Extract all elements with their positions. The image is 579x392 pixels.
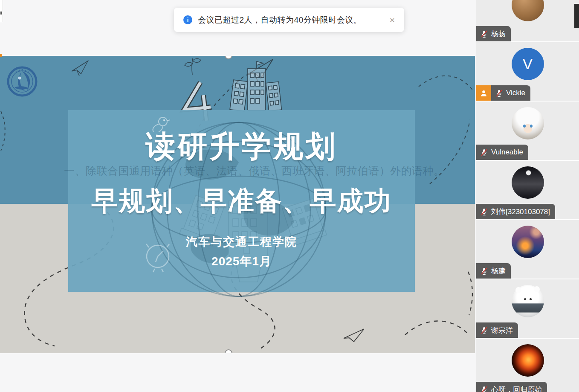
toast-message: 会议已超过2人，自动转为40分钟限时会议。 — [198, 15, 388, 26]
participant-name: 谢宗洋 — [491, 325, 513, 335]
window-edge-artifact — [0, 0, 3, 22]
participant-scrollbar[interactable] — [574, 4, 579, 28]
mic-muted-icon — [480, 326, 488, 334]
participant-name: 心呀，回归原始 — [491, 385, 542, 392]
mic-muted-icon — [480, 30, 488, 38]
participant-tile[interactable]: V Vickie — [476, 42, 579, 101]
slide-subtitle: 早规划、早准备、早成功 — [68, 183, 415, 219]
participant-name-tag: 杨建 — [476, 263, 511, 279]
info-icon: i — [183, 15, 192, 24]
participant-avatar — [512, 107, 544, 139]
slide-department: 汽车与交通工程学院 — [68, 234, 415, 250]
meeting-notification-toast: i 会议已超过2人，自动转为40分钟限时会议。 × — [174, 8, 404, 32]
participant-tile[interactable]: 杨扬 — [476, 0, 579, 41]
participant-avatar — [512, 0, 544, 21]
member-badge-icon — [476, 85, 491, 101]
participant-name-tag: 杨扬 — [476, 26, 511, 41]
participant-tile[interactable]: Vulneable — [476, 102, 579, 160]
participant-tile[interactable]: 刘伟[3230103078] — [476, 161, 579, 219]
participant-name: 杨建 — [491, 266, 506, 276]
screen-share-view: 一、除联合国通用语种（英语、法语、俄语、西班牙语、阿拉伯语）外的语种。 读研升学… — [0, 56, 475, 353]
slide-date: 2025年1月 — [68, 253, 415, 270]
mic-muted-icon — [495, 89, 503, 97]
meeting-window: 一、除联合国通用语种（英语、法语、俄语、西班牙语、阿拉伯语）外的语种。 读研升学… — [0, 0, 579, 392]
mic-muted-icon — [480, 148, 488, 157]
participant-tile[interactable]: 心呀，回归原始 — [476, 339, 579, 392]
participant-avatar — [512, 344, 544, 377]
participant-name-tag: 刘伟[3230103078] — [476, 204, 555, 219]
participant-name: 杨扬 — [491, 29, 506, 39]
participant-avatar — [512, 166, 544, 199]
participant-name-tag: 谢宗洋 — [476, 322, 518, 338]
participant-tile[interactable]: 杨建 — [476, 220, 579, 279]
participant-name: Vickie — [506, 89, 525, 97]
participant-name-tag: 心呀，回归原始 — [476, 382, 547, 392]
participant-avatar — [512, 226, 544, 258]
slide-title: 读研升学规划 — [68, 127, 415, 167]
mic-muted-icon — [480, 267, 488, 275]
college-logo — [6, 65, 38, 98]
mic-muted-icon — [480, 386, 488, 392]
participant-tile[interactable]: 谢宗洋 — [476, 279, 579, 338]
participant-list: 杨扬 V Vickie — [476, 0, 579, 392]
participant-name-tag: Vickie — [491, 85, 530, 101]
close-icon[interactable]: × — [388, 15, 397, 25]
participant-name: Vulneable — [491, 148, 523, 157]
participant-name-tag: Vulneable — [476, 145, 528, 160]
edge-marker-artifact — [0, 54, 2, 57]
mic-muted-icon — [480, 208, 488, 216]
participant-avatar — [512, 285, 544, 317]
participant-name: 刘伟[3230103078] — [491, 207, 550, 217]
participant-avatar: V — [512, 48, 544, 80]
